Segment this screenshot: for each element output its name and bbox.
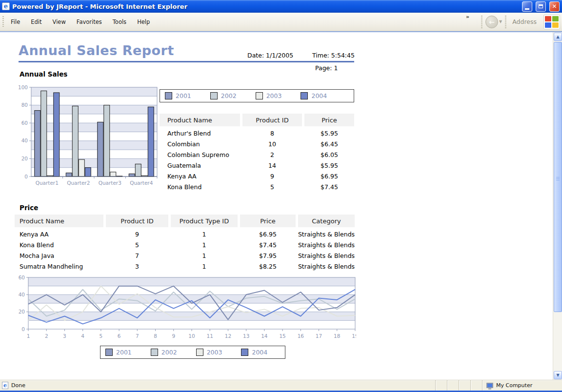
table-cell: $6.95 (240, 231, 296, 238)
menu-item-edit[interactable]: Edit (27, 17, 45, 27)
title-rule (19, 61, 354, 62)
menu-item-view[interactable]: View (49, 17, 70, 27)
menu-bar: FileEditViewFavoritesToolsHelp » ← ▼ Add… (0, 13, 562, 31)
restore-icon (539, 4, 543, 8)
table-row: Guatemala14$5.95 (160, 160, 354, 171)
table-cell: Colombian Supremo (160, 151, 240, 158)
report-title: Annual Sales Report (19, 43, 174, 58)
svg-text:40: 40 (21, 137, 28, 143)
legend-swatch (210, 92, 218, 99)
table-cell: Kenya AA (15, 231, 103, 238)
products-table: Product NameProduct IDPriceArthur's Blen… (160, 114, 354, 192)
table-cell: $7.45 (240, 241, 296, 249)
report-page-number: Page: 1 (315, 64, 338, 72)
legend-swatch (241, 349, 248, 356)
table-cell: 9 (242, 173, 302, 180)
address-label: Address (512, 18, 537, 25)
content-area: Annual Sales Report Date: 1/1/2005 Time:… (0, 32, 562, 380)
legend-label: 2003 (266, 92, 282, 99)
menu-item-help[interactable]: Help (133, 17, 154, 27)
table-row: Colombian10$6.45 (160, 138, 354, 149)
svg-text:Quarter4: Quarter4 (130, 180, 153, 186)
svg-text:10: 10 (188, 333, 195, 339)
menu-item-favorites[interactable]: Favorites (73, 17, 106, 27)
svg-text:4: 4 (81, 333, 84, 339)
restore-button[interactable] (536, 1, 546, 12)
scroll-down-arrow-icon[interactable]: ▼ (554, 371, 562, 379)
svg-text:20: 20 (21, 156, 28, 161)
windows-logo-icon (543, 15, 560, 29)
table-row: Colombian Supremo2$6.05 (160, 149, 354, 160)
window-title: Powered by JReport - Microsoft Internet … (12, 3, 519, 10)
legend-item-2001: 2001 (105, 349, 132, 356)
scrollbar-thumb[interactable] (554, 42, 562, 312)
table-cell: 5 (106, 241, 168, 249)
status-message-area: e Done (0, 380, 435, 391)
svg-text:0: 0 (21, 326, 25, 332)
menu-item-tools[interactable]: Tools (109, 17, 130, 27)
status-pane (447, 380, 459, 391)
minimize-icon (525, 8, 529, 10)
table-row: Mocha Java71$7.95Straights & Blends (15, 250, 355, 261)
svg-text:18: 18 (334, 333, 340, 339)
table-cell: 9 (106, 231, 168, 238)
svg-text:2: 2 (45, 333, 48, 339)
status-text: Done (11, 382, 25, 389)
legend-label: 2004 (252, 349, 267, 356)
security-zone: My Computer (482, 380, 562, 391)
svg-text:Quarter3: Quarter3 (99, 180, 121, 186)
table-cell: Arthur's Blend (160, 130, 240, 137)
toolbar-separator (505, 16, 506, 28)
column-header: Product ID (242, 114, 302, 126)
close-button[interactable]: ✕ (549, 1, 560, 12)
legend-swatch (256, 92, 263, 99)
legend-item-2003: 2003 (196, 349, 222, 356)
svg-text:17: 17 (316, 333, 322, 339)
table-cell: $7.95 (240, 252, 296, 259)
my-computer-icon (486, 383, 493, 388)
price-table: Product NameProduct IDProduct Type IDPri… (15, 215, 355, 272)
column-header: Product ID (106, 215, 168, 227)
svg-text:20: 20 (19, 309, 25, 314)
back-dropdown-caret[interactable]: ▼ (499, 20, 502, 24)
table-cell: Colombian (160, 140, 240, 148)
table-cell: $8.25 (240, 263, 296, 270)
svg-text:5: 5 (100, 333, 103, 339)
table-cell: $6.45 (304, 140, 354, 148)
svg-text:60: 60 (21, 120, 28, 126)
table-cell: Guatemala (160, 162, 240, 169)
status-pane (459, 380, 470, 391)
page-done-icon: e (2, 382, 8, 389)
vertical-scrollbar[interactable]: ▲ ▼ (553, 32, 562, 380)
svg-text:12: 12 (225, 333, 231, 339)
bar-chart: 020406080100Quarter1Quarter2Quarter3Quar… (17, 83, 159, 193)
column-header: Category (298, 215, 355, 227)
legend-item-2002: 2002 (210, 92, 237, 99)
legend-label: 2002 (161, 349, 177, 356)
table-cell: 8 (242, 130, 302, 137)
minimize-button[interactable] (522, 1, 532, 12)
legend-swatch (301, 92, 308, 99)
back-button[interactable]: ← (485, 16, 498, 28)
table-cell: $7.45 (304, 183, 354, 191)
legend-swatch (105, 349, 113, 356)
chart-legend-bottom: 2001200220032004 (100, 346, 285, 359)
legend-swatch (165, 92, 172, 99)
table-header-row: Product NameProduct IDPrice (160, 114, 354, 126)
toolbar-overflow-chevron[interactable]: » (466, 14, 469, 20)
svg-text:80: 80 (21, 102, 28, 108)
table-cell: 7 (106, 252, 168, 259)
ie-app-icon: e (2, 2, 10, 10)
svg-text:13: 13 (243, 333, 249, 339)
table-cell: 3 (106, 263, 168, 270)
zone-text: My Computer (496, 382, 532, 389)
table-cell: $5.95 (304, 162, 354, 169)
scroll-up-arrow-icon[interactable]: ▲ (554, 33, 562, 41)
menu-item-file[interactable]: File (7, 17, 24, 27)
legend-item-2001: 2001 (165, 92, 191, 99)
title-bar: e Powered by JReport - Microsoft Interne… (0, 0, 562, 13)
legend-swatch (151, 349, 158, 356)
toolbar-grip[interactable] (2, 16, 4, 28)
svg-text:60: 60 (19, 274, 25, 280)
svg-text:0: 0 (24, 174, 28, 179)
